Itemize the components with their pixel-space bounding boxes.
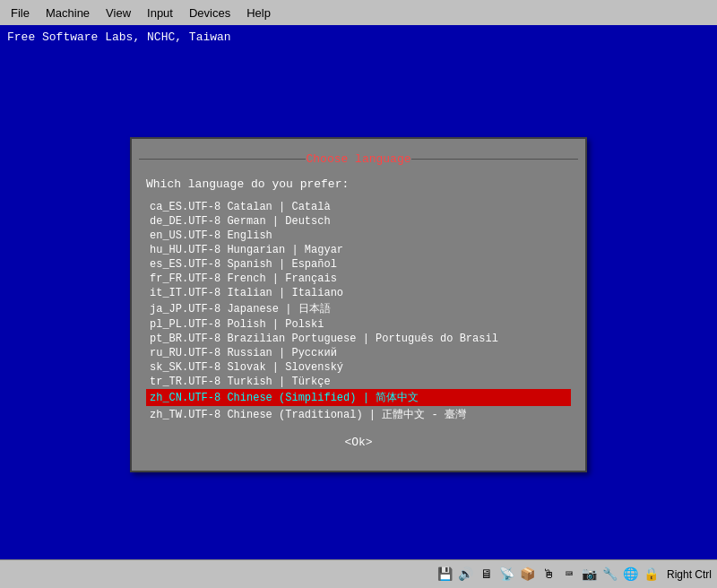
dialog-question: Which language do you prefer: — [146, 177, 571, 191]
lang-item-es_ES.UTF-8[interactable]: es_ES.UTF-8 Spanish | Español — [146, 257, 571, 272]
dialog-content: Which language do you prefer: ca_ES.UTF-… — [132, 167, 585, 471]
dialog-title-container: Choose language — [132, 152, 585, 166]
lang-item-pt_BR.UTF-8[interactable]: pt_BR.UTF-8 Brazilian Portuguese | Portu… — [146, 332, 571, 346]
title-line-right — [411, 159, 578, 160]
taskbar-icon-4[interactable]: 📡 — [498, 566, 516, 584]
lang-item-zh_TW.UTF-8[interactable]: zh_TW.UTF-8 Chinese (Traditional) | 正體中文… — [146, 406, 571, 423]
language-list: ca_ES.UTF-8 Catalan | Catalàde_DE.UTF-8 … — [146, 200, 571, 423]
menu-view[interactable]: View — [99, 4, 138, 22]
taskbar-icon-6[interactable]: 🖱 — [540, 566, 557, 584]
taskbar-icon-7[interactable]: ⌨ — [560, 566, 578, 584]
menu-machine[interactable]: Machine — [39, 4, 97, 22]
lang-item-ca_ES.UTF-8[interactable]: ca_ES.UTF-8 Catalan | Català — [146, 200, 571, 214]
lang-item-de_DE.UTF-8[interactable]: de_DE.UTF-8 German | Deutsch — [146, 214, 571, 229]
menubar: File Machine View Input Devices Help — [0, 0, 717, 25]
lang-item-pl_PL.UTF-8[interactable]: pl_PL.UTF-8 Polish | Polski — [146, 317, 571, 332]
main-area: Choose language Which language do you pr… — [0, 49, 717, 559]
taskbar-icon-11[interactable]: 🔒 — [643, 566, 661, 584]
lang-item-fr_FR.UTF-8[interactable]: fr_FR.UTF-8 French | Français — [146, 272, 571, 286]
lang-item-en_US.UTF-8[interactable]: en_US.UTF-8 English — [146, 229, 571, 243]
taskbar-icon-9[interactable]: 🔧 — [601, 566, 619, 584]
taskbar-icon-1[interactable]: 💾 — [436, 566, 454, 584]
lang-item-sk_SK.UTF-8[interactable]: sk_SK.UTF-8 Slovak | Slovenský — [146, 360, 571, 375]
menu-input[interactable]: Input — [140, 4, 180, 22]
lang-item-tr_TR.UTF-8[interactable]: tr_TR.UTF-8 Turkish | Türkçe — [146, 375, 571, 389]
right-ctrl-label: Right Ctrl — [667, 568, 712, 581]
taskbar: 💾 🔊 🖥 📡 📦 🖱 ⌨ 📷 🔧 🌐 🔒 Right Ctrl — [0, 559, 717, 588]
taskbar-icon-2[interactable]: 🔊 — [457, 566, 475, 584]
menu-file[interactable]: File — [4, 4, 37, 22]
button-area: <Ok> — [146, 423, 571, 460]
menu-help[interactable]: Help — [239, 4, 278, 22]
dialog-title: Choose language — [306, 152, 410, 166]
title-line-left — [139, 159, 306, 160]
lang-item-ru_RU.UTF-8[interactable]: ru_RU.UTF-8 Russian | Русский — [146, 346, 571, 360]
taskbar-icon-5[interactable]: 📦 — [519, 566, 537, 584]
lang-item-it_IT.UTF-8[interactable]: it_IT.UTF-8 Italian | Italiano — [146, 286, 571, 300]
subtitle-bar: Free Software Labs, NCHC, Taiwan — [0, 25, 717, 49]
lang-item-zh_CN.UTF-8[interactable]: zh_CN.UTF-8 Chinese (Simplified) | 简体中文 — [146, 389, 571, 406]
ok-button[interactable]: <Ok> — [337, 434, 379, 451]
taskbar-icon-8[interactable]: 📷 — [581, 566, 599, 584]
language-dialog: Choose language Which language do you pr… — [130, 137, 587, 472]
subtitle-text: Free Software Labs, NCHC, Taiwan — [7, 30, 231, 44]
menu-devices[interactable]: Devices — [182, 4, 238, 22]
taskbar-icon-3[interactable]: 🖥 — [478, 566, 496, 584]
lang-item-hu_HU.UTF-8[interactable]: hu_HU.UTF-8 Hungarian | Magyar — [146, 243, 571, 257]
taskbar-icon-10[interactable]: 🌐 — [622, 566, 640, 584]
lang-item-ja_JP.UTF-8[interactable]: ja_JP.UTF-8 Japanese | 日本語 — [146, 300, 571, 317]
